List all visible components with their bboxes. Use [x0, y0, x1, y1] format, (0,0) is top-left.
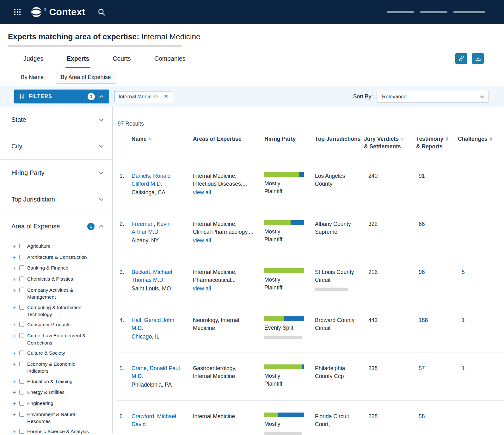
column-header-jury-verdicts[interactable]: Jury Verdicts⇅ & Settlements — [364, 135, 416, 150]
expertise-checkbox[interactable] — [19, 412, 24, 417]
filter-chip-label: Internal Medicine — [119, 94, 158, 100]
expand-plus-icon[interactable]: + — [13, 378, 17, 386]
expertise-item-label[interactable]: Energy & Utilities — [27, 389, 65, 397]
filters-button[interactable]: FILTERS 1 — [14, 90, 109, 103]
filter-section-city[interactable]: City — [0, 133, 112, 160]
sort-select[interactable]: Relevance — [377, 91, 489, 103]
expert-location: Saint Louis, MO — [132, 285, 193, 293]
column-header-name[interactable]: Name⇅ — [132, 135, 193, 150]
expertise-item-label[interactable]: Environment & Natural Resources — [27, 411, 89, 425]
search-icon[interactable] — [97, 8, 106, 16]
expand-plus-icon[interactable]: + — [13, 243, 17, 251]
tab-judges[interactable]: Judges — [22, 53, 45, 68]
expertise-item-label[interactable]: Economy & Economic Indicators — [27, 361, 89, 375]
expertise-item: + Energy & Utilities — [13, 389, 106, 397]
expertise-item-label[interactable]: Agriculture — [27, 243, 51, 251]
expertise-item-label[interactable]: Banking & Finance — [27, 264, 68, 272]
expertise-checkbox[interactable] — [19, 244, 24, 248]
expertise-checkbox[interactable] — [19, 305, 24, 310]
expand-plus-icon[interactable]: + — [13, 389, 17, 397]
expand-plus-icon[interactable]: + — [13, 264, 17, 272]
expertise-checkbox[interactable] — [19, 333, 24, 338]
filter-section-top-jurisdiction[interactable]: Top Jurisdiction — [0, 186, 112, 213]
expertise-checkbox[interactable] — [19, 390, 24, 395]
download-button[interactable] — [472, 53, 484, 64]
defense-bar-segment — [284, 316, 304, 321]
expertise-checkbox[interactable] — [19, 401, 24, 406]
expand-plus-icon[interactable]: + — [13, 411, 17, 425]
tab-experts[interactable]: Experts — [65, 53, 91, 68]
expertise-checkbox[interactable] — [19, 362, 24, 366]
view-all-link[interactable]: view all — [193, 189, 211, 196]
hiring-party-bar — [264, 413, 304, 417]
context-logo[interactable]: ® Context — [30, 6, 85, 18]
expertise-item-label[interactable]: Education & Training — [27, 378, 72, 386]
hiring-party-cell: Mostly Plaintiff — [264, 220, 315, 256]
row-rank: 6. — [117, 413, 132, 435]
expand-plus-icon[interactable]: + — [13, 254, 17, 262]
expert-name-link[interactable]: Crawford, Michael David — [132, 413, 193, 428]
expertise-item-label[interactable]: Architecture & Construction — [27, 254, 87, 262]
expertise-checkbox[interactable] — [19, 379, 24, 384]
hiring-party-cell: Evenly Split — [264, 316, 315, 352]
filter-section-area-of-expertise[interactable]: Area of Expertise 1 — [0, 213, 112, 239]
expand-plus-icon[interactable]: + — [13, 350, 17, 357]
expertise-item-label[interactable]: Chemicals & Plastics — [27, 276, 73, 283]
hiring-party-cell: Mostly — [264, 413, 315, 435]
column-header-testimony[interactable]: Testimony⇅ & Reports — [416, 135, 458, 150]
expand-plus-icon[interactable]: + — [13, 304, 17, 318]
expert-location: Albany, NY — [132, 237, 193, 245]
expertise-list: Internal Medicine, Pharmaceutical... — [193, 268, 254, 284]
expert-name-link[interactable]: Hall, Gerald John M.D. — [132, 316, 193, 332]
expert-name-link[interactable]: Crane, Donald Paul M.D. — [132, 364, 193, 380]
app-grid-icon[interactable] — [14, 9, 21, 16]
expand-plus-icon[interactable]: + — [13, 400, 17, 408]
expand-plus-icon[interactable]: + — [13, 361, 17, 375]
expertise-item-label[interactable]: Crime, Law Enforcement & Corrections — [27, 332, 89, 346]
expand-plus-icon[interactable]: + — [13, 321, 17, 329]
share-link-button[interactable] — [455, 53, 467, 64]
subtab-by-name[interactable]: By Name — [21, 74, 44, 81]
nav-placeholder — [420, 11, 447, 13]
defense-bar-segment — [302, 364, 304, 369]
expert-name-link[interactable]: Daniels, Ronald Clifford M.D. — [132, 172, 193, 188]
expertise-checkbox[interactable] — [19, 277, 24, 281]
column-header-challenges[interactable]: Challenges⇅ — [458, 135, 504, 150]
view-all-link[interactable]: view all — [193, 285, 211, 293]
expand-plus-icon[interactable]: + — [13, 287, 17, 301]
tab-companies[interactable]: Companies — [153, 53, 187, 68]
expertise-checkbox[interactable] — [19, 429, 24, 434]
expert-name-link[interactable]: Beckett, Michael Thomas M.D. — [132, 268, 193, 284]
expand-plus-icon[interactable]: + — [13, 428, 17, 435]
expertise-item-label[interactable]: Consumer Products — [27, 321, 71, 329]
filter-section-state[interactable]: State — [0, 107, 112, 133]
expertise-item-label[interactable]: Culture & Society — [27, 350, 65, 357]
expert-name-link[interactable]: Freeman, Kevin Arthur M.D. — [132, 220, 193, 236]
testimony-value: 66 — [416, 220, 458, 256]
result-row: 5. Crane, Donald Paul M.D. Philadelphia,… — [117, 352, 504, 401]
expand-plus-icon[interactable]: + — [13, 332, 17, 346]
expertise-cell: Neurology, Internal Medicine — [193, 316, 264, 352]
filter-bar: FILTERS 1 Internal Medicine ✕ Sort By: R… — [0, 86, 504, 107]
expertise-item: + Banking & Finance — [13, 264, 106, 272]
view-all-link[interactable]: view all — [193, 237, 211, 245]
subtab-by-area-of-expertise[interactable]: By Area of Expertise — [56, 71, 116, 84]
expertise-checkbox[interactable] — [19, 265, 24, 270]
expand-plus-icon[interactable]: + — [13, 276, 17, 283]
chevron-up-icon — [99, 225, 103, 229]
expertise-item-label[interactable]: Computing & Information Technology — [27, 304, 89, 318]
top-jurisdiction: Broward County Circuit — [315, 316, 357, 332]
tab-courts[interactable]: Courts — [111, 53, 132, 68]
expertise-item-label[interactable]: Engineering — [27, 400, 53, 408]
expertise-checkbox[interactable] — [19, 255, 24, 259]
expertise-checkbox[interactable] — [19, 322, 24, 327]
expertise-item-label[interactable]: Company Activities & Management — [27, 287, 89, 301]
expertise-list: Neurology, Internal Medicine — [193, 316, 254, 332]
column-label: Areas of Expertise — [193, 135, 242, 143]
expertise-item-label[interactable]: Forensic Science & Analysis — [27, 428, 89, 435]
close-icon[interactable]: ✕ — [164, 94, 168, 99]
filter-section-hiring-party[interactable]: Hiring Party — [0, 160, 112, 186]
filter-section-label: Top Jurisdiction — [11, 196, 55, 203]
expertise-checkbox[interactable] — [19, 288, 24, 292]
expertise-checkbox[interactable] — [19, 351, 24, 355]
